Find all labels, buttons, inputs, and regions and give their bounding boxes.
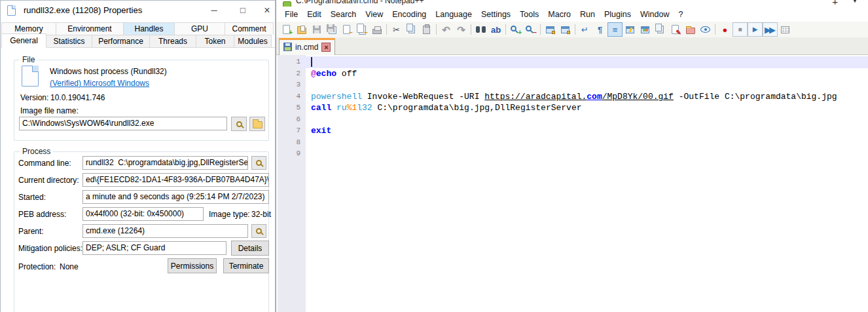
open-file-icon[interactable] — [294, 22, 309, 37]
image-file-name-field[interactable]: C:\Windows\SysWOW64\rundll32.exe — [19, 117, 227, 130]
document-tab-bar: in.cmd × — [276, 37, 868, 55]
document-list-icon[interactable] — [653, 22, 668, 37]
stop-macro-icon[interactable]: ■ — [732, 22, 748, 37]
terminate-button[interactable]: Terminate — [223, 258, 269, 273]
download-url[interactable]: com — [587, 92, 602, 102]
download-url[interactable]: /MpD8Yk/00.gif — [602, 92, 674, 102]
print-icon[interactable] — [369, 22, 384, 37]
file-group-title: File — [20, 55, 37, 64]
titlebar-caret-icon[interactable]: ▼ — [851, 0, 859, 5]
download-url[interactable]: https://aradcapital. — [484, 92, 587, 102]
save-file-icon[interactable] — [309, 22, 324, 37]
mitigation-policies-field[interactable]: DEP; ASLR; CF Guard — [82, 241, 226, 255]
tab-general[interactable]: General — [1, 33, 46, 48]
menu-run[interactable]: Run — [575, 8, 600, 21]
show-all-characters-icon[interactable]: ¶ — [592, 22, 607, 37]
menu-tools[interactable]: Tools — [515, 8, 543, 21]
started-field[interactable]: a minute and 9 seconds ago (9:25:14 PM 2… — [82, 190, 269, 204]
toolbar: + − − ✂ ↶ ↷ ab + − ↵ ¶ ≡ ✎ ● ■ ▶ — [276, 22, 868, 37]
zoom-out-icon[interactable]: − — [523, 22, 538, 37]
menu-window[interactable]: Window — [636, 8, 674, 21]
copy-icon[interactable] — [404, 22, 419, 37]
peb-address-field[interactable]: 0x44f000 (32-bit: 0x450000) — [82, 207, 204, 221]
tab-comment[interactable]: Comment — [225, 22, 274, 35]
monitoring-eye-icon[interactable] — [698, 22, 713, 37]
sync-horizontal-icon[interactable] — [558, 22, 573, 37]
notepadpp-icon — [283, 1, 291, 7]
menu-language[interactable]: Language — [431, 8, 477, 21]
new-file-icon[interactable]: + — [279, 22, 294, 37]
open-folder-button[interactable] — [249, 117, 265, 131]
menu-search[interactable]: Search — [326, 8, 361, 21]
started-label: Started: — [18, 193, 46, 202]
maximize-button[interactable]: □ — [228, 1, 257, 20]
redo-icon[interactable]: ↷ — [454, 22, 469, 37]
details-button[interactable]: Details — [231, 241, 269, 256]
inspect-image-button[interactable] — [231, 117, 247, 131]
code-line: 7 exit — [278, 125, 868, 137]
file-edit-icon[interactable]: ✎ — [668, 22, 683, 37]
tab-performance[interactable]: Performance — [92, 35, 150, 48]
protection-label: Protection: — [18, 262, 56, 271]
tab-threads[interactable]: Threads — [149, 35, 196, 48]
save-macro-icon[interactable] — [778, 22, 793, 37]
mitigation-policies-label: Mitigation policies: — [18, 244, 82, 253]
notepadpp-titlebar: C:\ProgramData\in.cmd - Notepad++ + ▼ — [276, 0, 868, 7]
close-file-icon[interactable]: − — [339, 22, 354, 37]
tab-modules[interactable]: Modules — [234, 35, 272, 48]
folder-as-workspace-icon[interactable] — [683, 22, 698, 37]
zoom-in-icon[interactable]: + — [508, 22, 523, 37]
menu-view[interactable]: View — [361, 8, 388, 21]
word-wrap-icon[interactable]: ↵ — [577, 22, 592, 37]
properties-titlebar: rundll32.exe (11208) Properties ─ □ × — [1, 1, 275, 20]
magnifier-icon — [236, 121, 242, 127]
menu-edit[interactable]: Edit — [302, 8, 326, 21]
record-macro-icon[interactable]: ● — [717, 22, 732, 37]
command-line-field[interactable]: rundll32 C:\programdata\big.jpg,DllRegis… — [82, 156, 248, 170]
menu-file[interactable]: File — [280, 8, 302, 21]
text-caret — [311, 57, 312, 67]
menu-encoding[interactable]: Encoding — [388, 8, 431, 21]
verified-signer-link[interactable]: (Verified) Microsoft Windows — [50, 79, 149, 88]
code-line: 9 — [278, 148, 868, 160]
run-macro-multiple-icon[interactable]: ▶▶ — [763, 22, 778, 37]
permissions-button[interactable]: Permissions — [168, 258, 217, 273]
menu-settings[interactable]: Settings — [477, 8, 515, 21]
minimize-button[interactable]: ─ — [200, 1, 228, 20]
image-type-value: 32-bit — [251, 210, 271, 219]
tab-handles[interactable]: Handles — [123, 22, 175, 35]
sync-vertical-icon[interactable] — [543, 22, 558, 37]
tab-close-icon[interactable]: × — [321, 43, 331, 52]
magnifier-icon — [256, 160, 262, 166]
close-all-icon[interactable]: − — [354, 22, 369, 37]
tab-environment[interactable]: Environment — [56, 22, 124, 35]
tab-statistics[interactable]: Statistics — [46, 35, 92, 48]
code-line: 5 call ru%1l32 C:\programdata\big.jpg,Dl… — [278, 102, 868, 114]
inspect-command-line-button[interactable] — [251, 156, 266, 170]
menu-help[interactable]: ? — [674, 8, 687, 21]
save-all-icon[interactable] — [324, 22, 339, 37]
tab-in-cmd[interactable]: in.cmd × — [279, 38, 335, 55]
process-group-title: Process — [20, 147, 53, 156]
menu-macro[interactable]: Macro — [543, 8, 575, 21]
parent-field[interactable]: cmd.exe (12264) — [82, 224, 248, 238]
replace-icon[interactable]: ab — [488, 22, 503, 37]
cut-icon[interactable]: ✂ — [389, 22, 404, 37]
document-map-icon[interactable] — [638, 22, 653, 37]
code-line: 1 — [278, 56, 868, 68]
function-list-icon[interactable] — [623, 22, 638, 37]
close-button[interactable]: × — [259, 1, 276, 20]
tab-gpu[interactable]: GPU — [174, 22, 225, 35]
titlebar-plus-icon[interactable]: + — [832, 0, 838, 7]
current-directory-field[interactable]: ed\{FE1ECD82-1DA1-4F83-936A-DFB07BA4D47A… — [82, 173, 269, 187]
inspect-parent-button[interactable] — [251, 224, 266, 238]
play-macro-icon[interactable]: ▶ — [748, 22, 763, 37]
indent-guide-icon[interactable]: ≡ — [607, 22, 623, 37]
tab-token[interactable]: Token — [196, 35, 234, 48]
find-icon[interactable] — [473, 22, 488, 37]
parent-label: Parent: — [18, 227, 44, 236]
code-editor[interactable]: 1 2 @echo off 3 4 powershell Invoke-WebR… — [276, 55, 868, 312]
paste-icon[interactable] — [419, 22, 434, 37]
undo-icon[interactable]: ↶ — [439, 22, 454, 37]
menu-plugins[interactable]: Plugins — [600, 8, 636, 21]
